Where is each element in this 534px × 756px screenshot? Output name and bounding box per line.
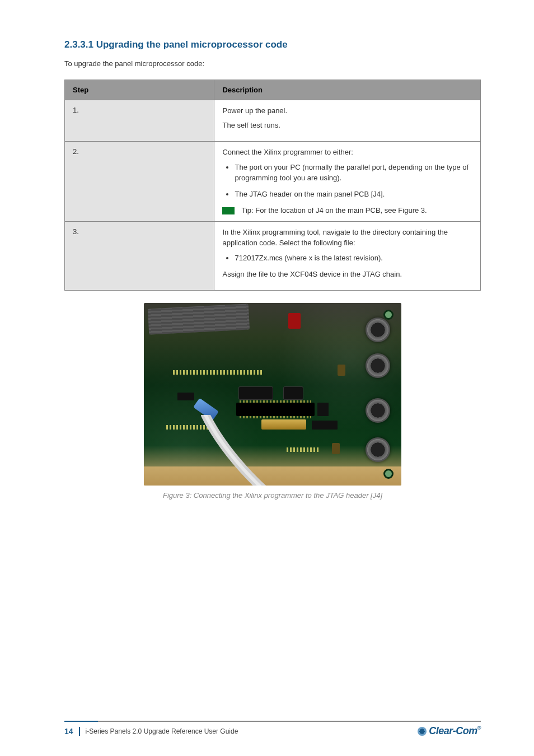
section-heading: 2.3.3.1 Upgrading the panel microprocess… <box>64 39 481 50</box>
col-step-header: Step <box>65 80 214 100</box>
step-number: 3. <box>65 222 214 290</box>
page-number: 14 <box>64 727 80 736</box>
tip-text: Tip: For the location of J4 on the main … <box>241 206 427 216</box>
steps-table: Step Description 1. Power up the panel. … <box>64 80 481 291</box>
col-desc-header: Description <box>214 80 481 100</box>
table-row: 3. In the Xilinx programming tool, navig… <box>65 222 481 290</box>
step-line: In the Xilinx programming tool, navigate… <box>222 227 472 249</box>
figure-caption: Figure 3: Connecting the Xilinx programm… <box>64 491 481 500</box>
tip-icon <box>222 207 235 214</box>
step-line: Connect the Xilinx programmer to either: <box>222 147 472 158</box>
registered-mark: ® <box>477 725 481 731</box>
list-item: 712017Zx.mcs (where x is the latest revi… <box>235 253 472 264</box>
table-row: 2. Connect the Xilinx programmer to eith… <box>65 142 481 222</box>
step-line: The self test runs. <box>222 120 472 131</box>
figure-block: Figure 3: Connecting the Xilinx programm… <box>64 303 481 500</box>
brand-logo: Clear-Com® <box>418 725 481 737</box>
intro-text: To upgrade the panel microprocessor code… <box>64 58 481 69</box>
step-line: Power up the panel. <box>222 106 472 116</box>
step-number: 2. <box>65 142 214 222</box>
step-line: Assign the file to the XCF04S device in … <box>222 269 472 280</box>
logo-icon <box>418 727 427 736</box>
figure-image <box>144 303 401 486</box>
list-item: The JTAG header on the main panel PCB [J… <box>235 189 472 200</box>
footer-text: i-Series Panels 2.0 Upgrade Reference Us… <box>86 727 238 735</box>
table-row: 1. Power up the panel. The self test run… <box>65 100 481 142</box>
brand-name: Clear-Com <box>429 725 477 736</box>
step-number: 1. <box>65 100 214 142</box>
list-item: The port on your PC (normally the parall… <box>235 162 472 184</box>
page-footer: 14 i-Series Panels 2.0 Upgrade Reference… <box>64 721 481 737</box>
